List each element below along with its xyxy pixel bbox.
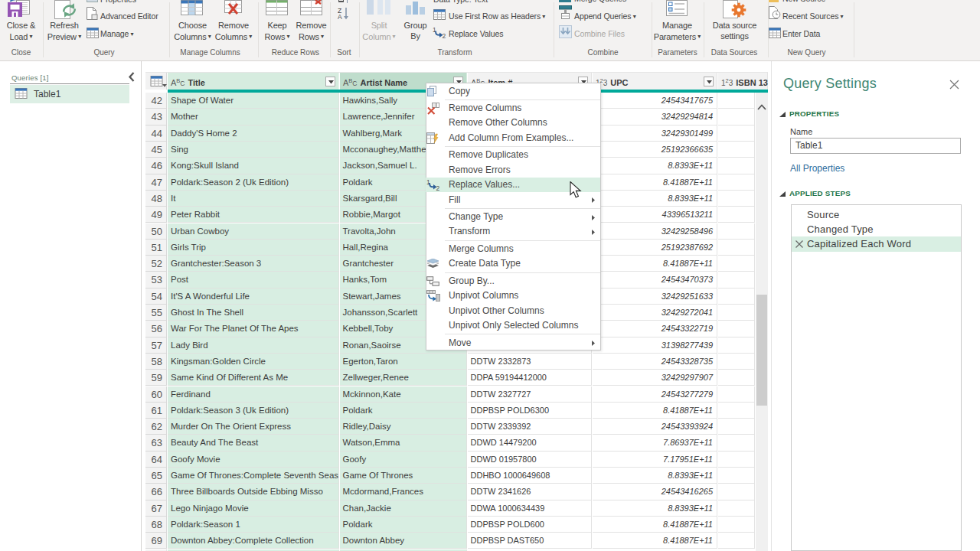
svg-text:A: A	[338, 13, 342, 20]
svg-text:2: 2	[436, 184, 440, 191]
svg-text:2: 2	[443, 32, 446, 39]
